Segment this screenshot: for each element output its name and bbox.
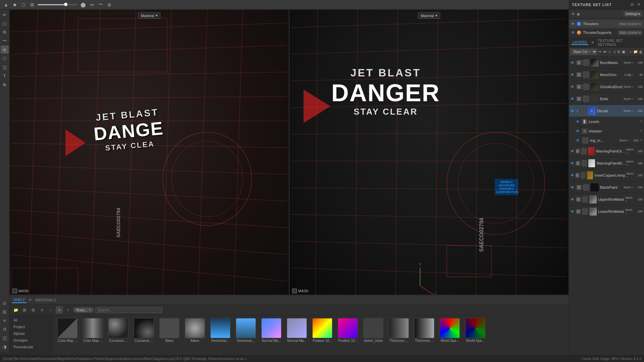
symmetry-icon[interactable]: ⇌: [89, 1, 95, 8]
shelf-grid-btn[interactable]: ⊟: [30, 306, 37, 314]
shelf-export-btn[interactable]: ↑: [47, 306, 54, 314]
eye-lowerrimmetal[interactable]: 👁: [571, 209, 575, 214]
select-tool[interactable]: ⊹: [1, 46, 9, 54]
layer-levels[interactable]: 👁 ▊ Levels ✕: [569, 117, 644, 126]
channel-add-btn[interactable]: +: [607, 49, 611, 55]
tsl-eye-icon[interactable]: 👁: [571, 12, 575, 16]
paint-brush-tool[interactable]: ✏: [1, 11, 9, 19]
eye-burnmarks[interactable]: 👁: [571, 61, 575, 65]
eye-mgm[interactable]: 👁: [576, 138, 581, 142]
uv-icon[interactable]: ◫: [1, 334, 9, 342]
channel-eye-btn[interactable]: 👁: [603, 49, 607, 55]
layer-moregrim[interactable]: 👁 ⊟ MoreGrim Lodg ~ 39: [569, 69, 644, 81]
eye-levels[interactable]: 👁: [576, 120, 581, 124]
opacity-slider[interactable]: [38, 4, 78, 5]
layer-grimanddust[interactable]: 👁 ⊟ GrimAndDust Norm ~ 100: [569, 81, 644, 93]
channel-mask-btn[interactable]: ▣: [622, 49, 626, 55]
texture-set-settings-tab[interactable]: TEXTURE SET SETTINGS: [596, 39, 642, 47]
shelf-folder-btn[interactable]: 📁: [12, 306, 19, 314]
shelf-cat-grunges[interactable]: Grunges: [9, 337, 53, 344]
toolbar-icon-4[interactable]: ⊞: [29, 1, 36, 8]
shelf-item-8[interactable]: Normal Ma...: [260, 318, 283, 343]
layer-warningpaintor[interactable]: 👁 ⊟ WarningPaintOr... Norm ~ 100: [569, 145, 644, 157]
shelf-item-4[interactable]: fibers: [158, 318, 181, 343]
tsl-shader-thrusters[interactable]: Main shader ▾: [618, 22, 642, 26]
eye-bolts[interactable]: 👁: [571, 97, 575, 101]
channel-select-dropdown[interactable]: Base Col ~: [571, 49, 597, 55]
remove-sharpen[interactable]: ✕: [640, 129, 643, 133]
shelf-item-7[interactable]: fresneIran...: [234, 318, 258, 343]
shelf-item-13[interactable]: Thickness ...: [387, 318, 411, 343]
fill-tool[interactable]: ⬡: [1, 54, 9, 62]
toolbar-icon-1[interactable]: ▲: [3, 1, 9, 8]
lazy-icon[interactable]: 〜: [97, 1, 104, 8]
tsl-settings-button[interactable]: Settings ▾: [624, 11, 642, 16]
shelf-item-16[interactable]: World Spa...: [464, 318, 487, 343]
eye-warningpaintw[interactable]: 👁: [571, 161, 575, 165]
channel-copy-btn[interactable]: ⧉: [617, 49, 621, 55]
eye-upperrimmetal[interactable]: 👁: [571, 197, 575, 201]
eye-decals[interactable]: 👁: [571, 109, 575, 113]
pill-close[interactable]: ✕: [89, 308, 91, 312]
shelf-cat-project[interactable]: Project: [9, 323, 53, 330]
tsl-item-thrusters[interactable]: 👁 Thrusters Main shader ▾: [569, 19, 644, 28]
shelf-tab[interactable]: SHELF: [12, 297, 26, 303]
shelf-item-10[interactable]: Position 10...: [311, 318, 334, 343]
channel-paint-btn[interactable]: ✏: [598, 49, 602, 55]
channel-subtract-btn[interactable]: ◁: [612, 49, 616, 55]
brush-icon[interactable]: ⬤: [80, 1, 87, 8]
shelf-search-input[interactable]: [95, 307, 162, 313]
layer-upperrimmetal[interactable]: 👁 ⊟ UpperRimMetal Norm ~ 100: [569, 193, 644, 205]
shelf-cat-alphas[interactable]: Alphas: [9, 330, 53, 337]
viewport-right[interactable]: Material ▾ JET BLAST DANGER STAY CLEAR S…: [289, 9, 569, 295]
layer-burnmarks[interactable]: 👁 ⊟ BurnMarks Norm ~ 100: [569, 57, 644, 69]
eraser-tool[interactable]: ◻: [1, 19, 9, 27]
shelf-item-2[interactable]: Curvature ...: [107, 318, 130, 343]
eyedropper-tool[interactable]: ⊕: [1, 80, 9, 88]
collapse-decals[interactable]: ▾: [577, 109, 578, 113]
geometric-tool[interactable]: ◫: [1, 63, 9, 71]
layer-lowerrimmetal[interactable]: 👁 ⊟ LowerRimMetal Norm ~ 100: [569, 205, 644, 218]
add-folder-btn[interactable]: 📁: [633, 49, 638, 55]
shelf-item-12[interactable]: sheen_noise: [362, 318, 385, 343]
eye-warningpaintor[interactable]: 👁: [571, 149, 575, 153]
eye-sharpen[interactable]: 👁: [576, 129, 581, 133]
layers-icon[interactable]: ⊟: [1, 308, 9, 316]
layer-mgm[interactable]: 👁 mg_m... Norm ~ 100 ✕: [569, 136, 644, 145]
shelf-tab-close[interactable]: ✕: [29, 298, 32, 302]
shelf-item-15[interactable]: World Spa...: [438, 318, 462, 343]
shelf-item-14[interactable]: Thickness ...: [413, 318, 436, 343]
eye-blackpaint[interactable]: 👁: [571, 185, 575, 189]
render-icon[interactable]: ◑: [1, 343, 9, 351]
trash-btn[interactable]: 🗑: [639, 49, 643, 55]
eye-grimanddust[interactable]: 👁: [571, 85, 575, 89]
shelf-item-1[interactable]: Color Map ...: [81, 318, 105, 343]
align-icon[interactable]: ⊕: [106, 1, 113, 8]
add-layer-btn[interactable]: +: [629, 49, 633, 55]
viewport-left-material-dropdown[interactable]: Material ▾: [138, 12, 160, 19]
layer-innercopperlining[interactable]: 👁 ⊟ InnerCopperLining Norm ~ 100: [569, 169, 644, 181]
toolbar-icon-3[interactable]: ⬡: [20, 1, 27, 8]
layer-decals[interactable]: 👁 ▾ D Decals Norm ~ 100: [569, 105, 644, 117]
clone-tool[interactable]: ⧉: [1, 28, 9, 36]
shelf-item-6[interactable]: fresneIran...: [209, 318, 232, 343]
shelf-item-11[interactable]: Position 10...: [336, 318, 360, 343]
material-ball-icon[interactable]: ⊙: [1, 299, 9, 307]
shelf-circle-btn[interactable]: ○: [64, 306, 72, 314]
layer-bolts[interactable]: 👁 ⊟ Bolts Norm ~ 100: [569, 93, 644, 105]
viewport-right-material-dropdown[interactable]: Material ▾: [418, 12, 440, 19]
tsl-eye-thruster-supports[interactable]: 👁: [571, 31, 575, 35]
shelf-cat-procedurals[interactable]: Procedurals: [9, 344, 53, 350]
viewport-left[interactable]: Material ▾ JET BLAST DANGE STAY CLEA SAE…: [9, 9, 289, 295]
smudge-tool[interactable]: 〜: [1, 37, 9, 45]
text-tool[interactable]: T: [1, 72, 9, 80]
tsl-item-thruster-supports[interactable]: 👁 ThrusterSupports Main shader ▾: [569, 28, 644, 37]
tsl-restore-btn[interactable]: ⊡: [629, 2, 635, 7]
layer-blackpaint[interactable]: 👁 ⊟ BlackPaint Norm ~ 100: [569, 181, 644, 193]
shelf-cat-all[interactable]: All: [9, 317, 53, 323]
shelf-item-0[interactable]: Color Map ...: [56, 318, 79, 343]
shelf-item-9[interactable]: Normal Ma...: [285, 318, 309, 343]
eye-moregrim[interactable]: 👁: [571, 73, 575, 77]
tsl-camera-icon[interactable]: ◉: [577, 12, 580, 16]
eye-innercopperlining[interactable]: 👁: [571, 173, 574, 177]
